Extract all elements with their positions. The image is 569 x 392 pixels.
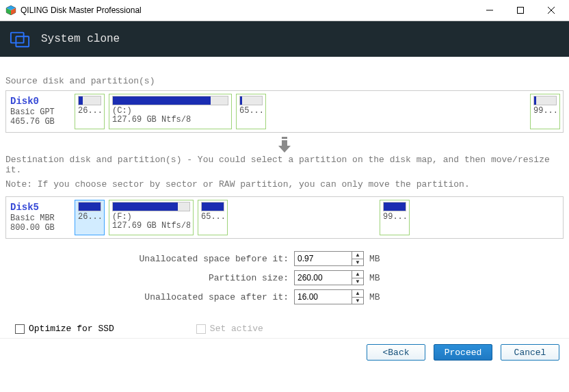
dest-partition-0[interactable]: 26... — [75, 200, 105, 235]
arrow-down-icon — [5, 137, 564, 153]
partition-label: 26... — [78, 107, 101, 116]
resize-form: Unallocated space before it: ▲ ▼ MB Part… — [5, 251, 564, 304]
before-step-down[interactable]: ▼ — [352, 259, 363, 266]
svg-rect-10 — [282, 137, 287, 139]
partition-label: 99... — [383, 213, 406, 222]
spacer — [270, 94, 526, 129]
size-unit: MB — [369, 273, 380, 283]
back-label: <Back — [382, 348, 409, 358]
partition-label: 99... — [533, 107, 557, 116]
dest-disk-name: Disk5 — [10, 202, 70, 213]
source-label: Source disk and partition(s) — [5, 76, 564, 86]
source-disk-row: Disk0 Basic GPT 465.76 GB 26... (C:) 127… — [5, 90, 564, 133]
spacer — [232, 200, 375, 235]
optimize-ssd-checkbox[interactable]: Optimize for SSD — [15, 324, 114, 334]
checkbox-icon — [15, 324, 25, 334]
checkbox-icon — [196, 324, 206, 334]
dest-disk-row: Disk5 Basic MBR 800.00 GB 26... (F:) 127… — [5, 196, 564, 239]
after-unit: MB — [369, 292, 380, 302]
svg-rect-5 — [517, 8, 523, 14]
partition-fs: 127.69 GB Ntfs/8 — [112, 222, 190, 231]
partition-label: 26... — [78, 213, 101, 222]
page-header: System clone — [0, 21, 569, 57]
source-disk-type: Basic GPT — [10, 107, 70, 117]
dest-partition-2[interactable]: 65... — [198, 200, 228, 235]
size-input[interactable] — [295, 271, 352, 285]
svg-rect-9 — [16, 36, 29, 47]
svg-rect-8 — [11, 33, 24, 43]
after-input[interactable] — [295, 290, 352, 304]
before-spinner[interactable]: ▲ ▼ — [294, 251, 364, 266]
partition-label: 65... — [239, 107, 263, 116]
partition-fs: 127.69 GB Ntfs/8 — [112, 116, 228, 125]
dest-heading: Destination disk and partition(s) - You … — [5, 155, 564, 175]
cancel-button[interactable]: Cancel — [501, 344, 559, 361]
footer: <Back Proceed Cancel — [0, 338, 569, 366]
svg-marker-12 — [278, 146, 291, 153]
dest-disk-size: 800.00 GB — [10, 223, 70, 233]
before-unit: MB — [369, 254, 380, 264]
set-active-label: Set active — [210, 324, 263, 334]
dest-note: Note: If you choose sector by sector or … — [5, 179, 564, 190]
dest-partition-1[interactable]: (F:) 127.69 GB Ntfs/8 — [109, 200, 194, 235]
set-active-checkbox: Set active — [196, 324, 263, 334]
size-step-up[interactable]: ▲ — [352, 271, 363, 278]
titlebar: QILING Disk Master Professional — [0, 0, 569, 21]
dest-disk-info: Disk5 Basic MBR 800.00 GB — [9, 200, 70, 235]
source-disk-info: Disk0 Basic GPT 465.76 GB — [9, 94, 70, 129]
spacer — [414, 200, 560, 235]
after-label: Unallocated space after it: — [5, 292, 289, 302]
after-spinner[interactable]: ▲ ▼ — [294, 289, 364, 304]
after-step-up[interactable]: ▲ — [352, 290, 363, 298]
source-partition-1[interactable]: (C:) 127.69 GB Ntfs/8 — [109, 94, 232, 129]
minimize-button[interactable] — [474, 0, 505, 21]
page-title: System clone — [41, 33, 120, 45]
proceed-label: Proceed — [445, 348, 482, 358]
back-button[interactable]: <Back — [367, 344, 425, 361]
size-spinner[interactable]: ▲ ▼ — [294, 270, 364, 285]
source-disk-size: 465.76 GB — [10, 117, 70, 127]
before-label: Unallocated space before it: — [5, 254, 289, 264]
source-partition-3[interactable]: 99... — [530, 94, 560, 129]
optimize-ssd-label: Optimize for SSD — [29, 324, 114, 334]
app-icon — [5, 5, 16, 16]
dest-disk-type: Basic MBR — [10, 213, 70, 223]
before-step-up[interactable]: ▲ — [352, 252, 363, 259]
source-partition-0[interactable]: 26... — [75, 94, 105, 129]
partition-drive: (C:) — [112, 107, 228, 116]
size-step-down[interactable]: ▼ — [352, 278, 363, 285]
after-step-down[interactable]: ▼ — [352, 298, 363, 304]
options-row: Optimize for SSD Set active — [5, 324, 564, 334]
size-label: Partition size: — [5, 273, 289, 283]
window-title: QILING Disk Master Professional — [21, 5, 474, 15]
source-disk-name: Disk0 — [10, 96, 70, 107]
partition-drive: (F:) — [112, 213, 190, 222]
dest-partition-3[interactable]: 99... — [380, 200, 410, 235]
before-input[interactable] — [295, 252, 352, 265]
system-clone-icon — [10, 29, 30, 49]
partition-label: 65... — [201, 213, 224, 222]
maximize-button[interactable] — [505, 0, 535, 21]
close-button[interactable] — [535, 0, 566, 21]
cancel-label: Cancel — [514, 348, 546, 358]
proceed-button[interactable]: Proceed — [434, 344, 492, 361]
source-partition-2[interactable]: 65... — [236, 94, 266, 129]
svg-rect-11 — [282, 140, 287, 146]
